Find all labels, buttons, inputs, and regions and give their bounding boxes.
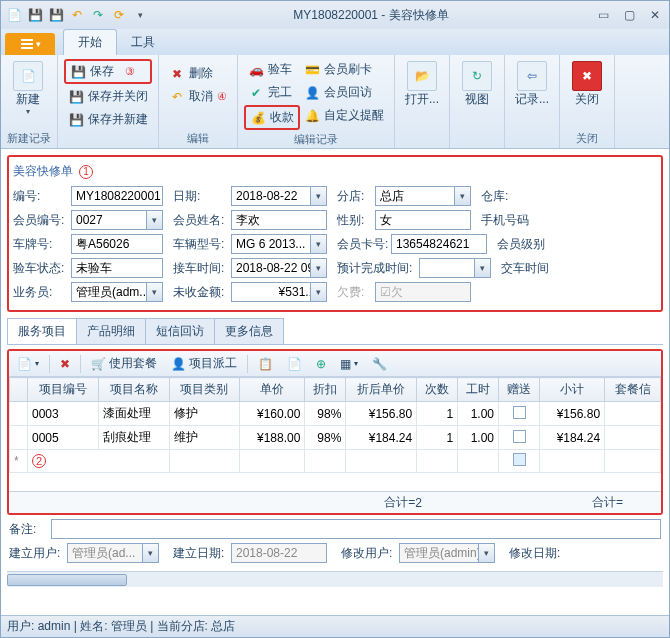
scrollbar-thumb[interactable] [7, 574, 127, 586]
maximize-button[interactable]: ▢ [619, 8, 639, 22]
tb-icon[interactable]: 📋 [254, 355, 277, 373]
delete-button[interactable]: ✖删除 [165, 63, 231, 84]
col-price[interactable]: 单价 [240, 378, 305, 402]
chevron-down-icon[interactable]: ▾ [146, 211, 162, 229]
input-receive[interactable]: 2018-08-22 09▾ [231, 258, 327, 278]
checkbox[interactable] [513, 406, 526, 419]
close-button[interactable]: ✕ [645, 8, 665, 22]
tb-icon[interactable]: ⊕ [312, 355, 330, 373]
group-edit: ✖删除 ↶取消④ 编辑 [159, 55, 238, 148]
tb-icon[interactable]: 🔧 [368, 355, 391, 373]
save-icon[interactable]: 💾 [26, 6, 44, 24]
open-button[interactable]: 📂打开... [401, 57, 443, 132]
chevron-down-icon[interactable]: ▾ [474, 259, 490, 277]
label-no: 编号: [13, 188, 69, 205]
col-dprice[interactable]: 折后单价 [346, 378, 417, 402]
group-new: 📄 新建 ▾ 新建记录 [1, 55, 58, 148]
group-record: ⇦记录... [505, 55, 560, 148]
col-code[interactable]: 项目编号 [28, 378, 99, 402]
tab-start[interactable]: 开始 [63, 29, 117, 55]
tb-icon[interactable]: 📄 [283, 355, 306, 373]
person-icon: 👤 [304, 85, 320, 101]
chevron-down-icon: ▾ [478, 544, 494, 562]
input-no[interactable]: MY1808220001 [71, 186, 163, 206]
input-date[interactable]: 2018-08-22▾ [231, 186, 327, 206]
table-row[interactable]: *2 [10, 450, 661, 473]
chevron-down-icon[interactable]: ▾ [310, 187, 326, 205]
label-member-name: 会员姓名: [173, 212, 229, 229]
chevron-down-icon: ▾ [142, 544, 158, 562]
table-row[interactable]: 0003漆面处理修护¥160.0098%¥156.8011.00¥156.80 [10, 402, 661, 426]
dispatch-button[interactable]: 👤项目派工 [167, 353, 241, 374]
col-hours[interactable]: 工时 [458, 378, 499, 402]
col-pkg[interactable]: 套餐信 [605, 378, 661, 402]
col-disc[interactable]: 折扣 [305, 378, 346, 402]
record-button[interactable]: ⇦记录... [511, 57, 553, 132]
view-button[interactable]: ↻视图 [456, 57, 498, 132]
horizontal-scrollbar[interactable] [7, 571, 663, 587]
tab-more[interactable]: 更多信息 [214, 318, 284, 344]
col-times[interactable]: 次数 [417, 378, 458, 402]
input-sales[interactable]: 管理员(adm...▾ [71, 282, 163, 302]
close-button[interactable]: ✖关闭 [566, 57, 608, 129]
input-unpaid[interactable]: ¥531.16▾ [231, 282, 327, 302]
input-card[interactable]: 13654824621 [391, 234, 487, 254]
label-eta: 预计完成时间: [337, 260, 417, 277]
tab-product[interactable]: 产品明细 [76, 318, 146, 344]
input-member-no[interactable]: 0027▾ [71, 210, 163, 230]
complete-button[interactable]: ✔完工 [244, 82, 300, 103]
qat-icon[interactable]: 💾 [47, 6, 65, 24]
chevron-down-icon[interactable]: ▾ [310, 259, 326, 277]
svg-rect-0 [21, 39, 33, 41]
chevron-down-icon[interactable]: ▾ [454, 187, 470, 205]
tab-tools[interactable]: 工具 [117, 30, 169, 55]
save-close-button[interactable]: 💾保存并关闭 [64, 86, 152, 107]
new-button[interactable]: 📄 新建 ▾ [7, 57, 49, 129]
app-menu-button[interactable]: ▾ [5, 33, 55, 55]
col-subtotal[interactable]: 小计 [540, 378, 605, 402]
redo-icon[interactable]: ↷ [89, 6, 107, 24]
cancel-button[interactable]: ↶取消④ [165, 86, 231, 107]
input-gender[interactable]: 女 [375, 210, 471, 230]
input-model[interactable]: MG 6 2013...▾ [231, 234, 327, 254]
label-cdate: 建立日期: [173, 545, 229, 562]
custom-remind-button[interactable]: 🔔自定义提醒 [300, 105, 388, 126]
col-name[interactable]: 项目名称 [98, 378, 169, 402]
tab-service[interactable]: 服务项目 [7, 318, 77, 344]
qat-icon[interactable]: 📄 [5, 6, 23, 24]
chevron-down-icon[interactable]: ▾ [310, 235, 326, 253]
chevron-down-icon[interactable]: ▾ [146, 283, 162, 301]
ribbon: 📄 新建 ▾ 新建记录 💾保存 ③ 💾保存并关闭 💾保存并新建 ✖删除 ↶取消④… [1, 55, 669, 149]
form-title: 美容快修单1 [13, 163, 657, 180]
input-member-name[interactable]: 李欢 [231, 210, 327, 230]
input-remark[interactable] [51, 519, 661, 539]
checkbox[interactable] [513, 453, 526, 466]
member-card-button[interactable]: 💳会员刷卡 [300, 59, 388, 80]
receipt-button[interactable]: 💰收款 [244, 105, 300, 130]
tb-icon[interactable]: ▦▾ [336, 355, 362, 373]
col-cat[interactable]: 项目类别 [169, 378, 240, 402]
undo-icon[interactable]: ↶ [68, 6, 86, 24]
new-row-button[interactable]: 📄▾ [13, 355, 43, 373]
delete-row-button[interactable]: ✖ [56, 355, 74, 373]
label-creator: 建立用户: [9, 545, 65, 562]
bell-icon: 🔔 [304, 108, 320, 124]
checkbox[interactable] [513, 430, 526, 443]
inspect-button[interactable]: 🚗验车 [244, 59, 300, 80]
member-visit-button[interactable]: 👤会员回访 [300, 82, 388, 103]
input-eta[interactable]: ▾ [419, 258, 491, 278]
chevron-down-icon[interactable]: ▾ [131, 6, 149, 24]
save-new-button[interactable]: 💾保存并新建 [64, 109, 152, 130]
col-gift[interactable]: 赠送 [499, 378, 540, 402]
minimize-button[interactable]: ▭ [593, 8, 613, 22]
input-branch[interactable]: 总店▾ [375, 186, 471, 206]
use-package-button[interactable]: 🛒使用套餐 [87, 353, 161, 374]
table-row[interactable]: 0005刮痕处理维护¥188.0098%¥184.2411.00¥184.24 [10, 426, 661, 450]
input-inspect[interactable]: 未验车 [71, 258, 163, 278]
refresh-icon[interactable]: ⟳ [110, 6, 128, 24]
grid-panel: 📄▾ ✖ 🛒使用套餐 👤项目派工 📋 📄 ⊕ ▦▾ 🔧 项目编号 项目名称 项目… [7, 349, 663, 515]
input-plate[interactable]: 粤A56026 [71, 234, 163, 254]
chevron-down-icon[interactable]: ▾ [310, 283, 326, 301]
tab-sms[interactable]: 短信回访 [145, 318, 215, 344]
save-button[interactable]: 💾保存 ③ [64, 59, 152, 84]
